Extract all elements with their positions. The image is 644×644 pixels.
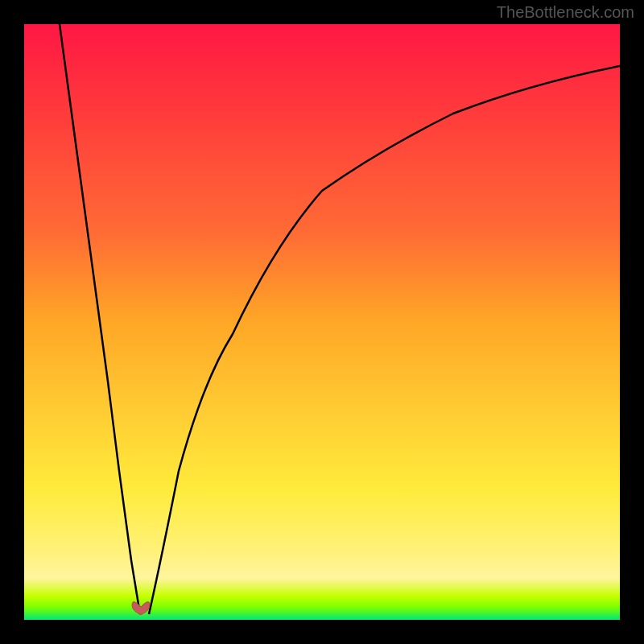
chart-container bbox=[24, 24, 620, 620]
right-curve-line bbox=[149, 66, 620, 614]
left-curve-line bbox=[60, 24, 140, 614]
chart-curves bbox=[24, 24, 620, 620]
optimal-point-marker bbox=[130, 599, 152, 615]
watermark-text: TheBottleneck.com bbox=[497, 3, 634, 22]
